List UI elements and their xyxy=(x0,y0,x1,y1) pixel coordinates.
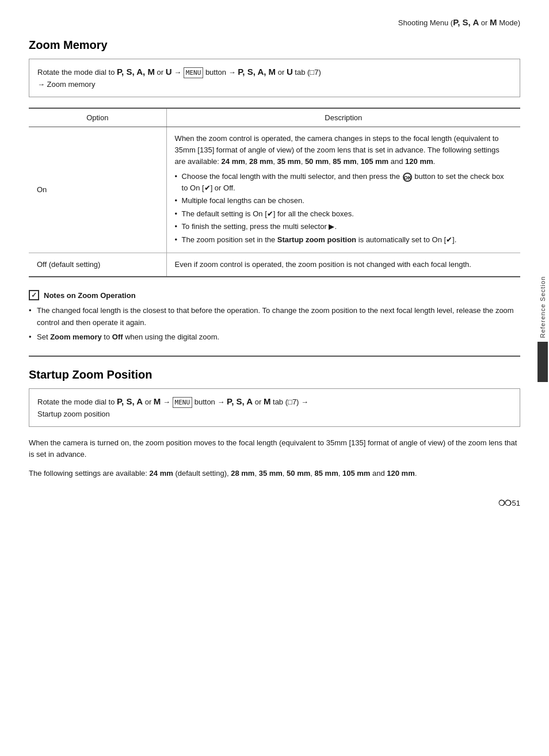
startup-modes1: P, S, A xyxy=(117,396,143,406)
notes-item: Set Zoom memory to Off when using the di… xyxy=(29,331,520,343)
bullet-item: Choose the focal length with the multi s… xyxy=(175,171,512,193)
desc-on-intro: When the zoom control is operated, the c… xyxy=(175,133,512,167)
header-mode-m: M xyxy=(490,17,497,27)
notes-item: The changed focal length is the closest … xyxy=(29,305,520,328)
startup-mode-m2: M xyxy=(264,396,271,406)
page-header: Shooting Menu (P, S, A or M Mode) xyxy=(29,17,520,27)
sidebar-block xyxy=(537,342,548,382)
nav-modes1: P, S, A, M xyxy=(117,67,155,77)
desc-off: Even if zoom control is operated, the zo… xyxy=(166,253,520,277)
table-header-option: Option xyxy=(29,108,166,127)
check-icon xyxy=(29,290,39,300)
header-end: Mode) xyxy=(497,18,520,27)
startup-body2: The following settings are available: 24… xyxy=(29,468,520,480)
table-row: Off (default setting) Even if zoom contr… xyxy=(29,253,520,277)
page-footer: ❍❍ 51 xyxy=(498,499,520,507)
bullet-item: To finish the setting, press the multi s… xyxy=(175,221,512,232)
bullet-item: The default setting is On [✔] for all th… xyxy=(175,208,512,220)
startup-nav-line2: Startup zoom position xyxy=(37,408,512,421)
notes-list: The changed focal length is the closest … xyxy=(29,305,520,342)
reference-sidebar: Reference Section xyxy=(536,276,549,382)
nav-u2: U xyxy=(287,67,293,77)
nav-modes2: P, S, A, M xyxy=(238,67,276,77)
startup-body1: When the camera is turned on, the zoom p… xyxy=(29,437,520,461)
startup-nav-line1: Rotate the mode dial to P, S, A or M → M… xyxy=(37,395,512,408)
header-text: Shooting Menu ( xyxy=(398,18,453,27)
desc-on: When the zoom control is operated, the c… xyxy=(166,127,520,253)
zoom-memory-title: Zoom Memory xyxy=(29,39,520,52)
sidebar-label: Reference Section xyxy=(539,276,546,338)
option-on: On xyxy=(29,127,166,253)
section-divider xyxy=(29,356,520,357)
table-row: On When the zoom control is operated, th… xyxy=(29,127,520,253)
notes-section: Notes on Zoom Operation The changed foca… xyxy=(29,290,520,342)
page-number: 51 xyxy=(512,499,520,507)
on-bullet-list: Choose the focal length with the multi s… xyxy=(175,171,512,245)
ok-button-icon: OK xyxy=(403,173,412,182)
nav-u1: U xyxy=(166,67,172,77)
zoom-memory-nav-box: Rotate the mode dial to P, S, A, M or U … xyxy=(29,59,520,97)
option-off: Off (default setting) xyxy=(29,253,166,277)
table-header-description: Description xyxy=(166,108,520,127)
startup-mode-m: M xyxy=(154,396,161,406)
nav-menu1: MENU xyxy=(184,67,204,79)
nav-line1: Rotate the mode dial to P, S, A, M or U … xyxy=(37,65,512,79)
notes-header: Notes on Zoom Operation xyxy=(29,290,520,300)
bullet-item: The zoom position set in the Startup zoo… xyxy=(175,234,512,246)
startup-zoom-title: Startup Zoom Position xyxy=(29,368,520,381)
nav-line2: → Zoom memory xyxy=(37,79,512,91)
option-table: Option Description On When the zoom cont… xyxy=(29,108,520,278)
startup-zoom-nav-box: Rotate the mode dial to P, S, A or M → M… xyxy=(29,388,520,427)
footer-dots: ❍❍ xyxy=(498,499,511,507)
bullet-item: Multiple focal lengths can be chosen. xyxy=(175,195,512,207)
notes-header-text: Notes on Zoom Operation xyxy=(44,291,136,300)
startup-menu: MENU xyxy=(173,397,193,408)
header-or: or xyxy=(479,18,490,27)
header-modes: P, S, A xyxy=(453,17,479,27)
startup-modes2: P, S, A xyxy=(227,396,253,406)
